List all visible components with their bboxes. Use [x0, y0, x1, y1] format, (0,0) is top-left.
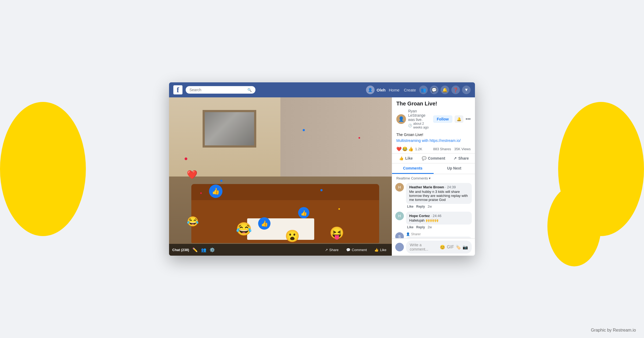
edit-icon[interactable]: ✏️	[192, 247, 198, 252]
comment-avatar: H	[395, 212, 404, 220]
group-icon[interactable]: 👥	[201, 247, 206, 252]
like-action[interactable]: Like	[407, 225, 414, 229]
reaction-laugh2: 😝	[330, 226, 344, 240]
shares-count: 883 Shares	[433, 147, 451, 151]
like-action[interactable]: Like	[407, 205, 414, 208]
comment-age: 2w	[428, 225, 432, 229]
friends-icon[interactable]: 👥	[419, 86, 428, 94]
comment-name: Hope Cortez	[409, 214, 430, 218]
reaction-laugh-emoji: 😂	[402, 146, 408, 152]
notifications-icon[interactable]: 🔔	[441, 86, 449, 94]
sidebar-user-row: 👤 Ryan LeStrange was live. 🕐 about 2 wee…	[392, 108, 475, 131]
bell-button[interactable]: 🔔	[455, 115, 463, 123]
reaction-like-right: 👍	[298, 207, 309, 221]
comment-item: H Hope Cortez · 24:46 Hallelujah 🙌🙌🙌 Lik…	[395, 210, 472, 231]
reaction-wow: 😮	[285, 229, 300, 243]
browser-window: f 🔍 👤 Oleh Home Create 👥 💬 🔔 ❓ ▼	[169, 82, 475, 256]
video-panel: ❤️ 😂 👍 👍 👍	[169, 97, 392, 256]
facebook-navbar: f 🔍 👤 Oleh Home Create 👥 💬 🔔 ❓ ▼	[169, 82, 475, 97]
tab-comments[interactable]: Comments	[392, 163, 434, 174]
nav-icons: 👥 💬 🔔 ❓ ▼	[419, 86, 471, 94]
comment-placeholder: Write a comment...	[410, 243, 440, 251]
sharer-icon: 👤	[406, 232, 410, 236]
comment-time: · 24:39	[445, 185, 456, 189]
search-input[interactable]	[189, 88, 245, 92]
follow-button[interactable]: Follow	[433, 115, 452, 123]
reaction-heart-emoji: ❤️	[396, 146, 402, 152]
emoji-icon[interactable]: 😊	[440, 245, 445, 250]
sidebar-tabs: Comments Up Next	[392, 163, 475, 174]
facebook-logo: f	[173, 85, 182, 94]
comment-action-icon: 💬	[422, 156, 426, 160]
nav-link-home[interactable]: Home	[389, 88, 400, 92]
comment-item: H Heather Marie Brown · 24:39 Me and hub…	[395, 181, 472, 210]
comments-list: H Heather Marie Brown · 24:39 Me and hub…	[392, 181, 475, 238]
realtime-label[interactable]: Realtime Comments ▾	[392, 174, 475, 181]
right-sidebar: The Groan Live! 👤 Ryan LeStrange was liv…	[392, 97, 475, 256]
coffee-table	[247, 218, 314, 240]
sidebar-link: Multistreaming with https://restream.io/	[392, 138, 475, 145]
reaction-like-emoji: 👍	[408, 146, 414, 152]
like-button[interactable]: 👍 Like	[372, 247, 389, 253]
restream-link[interactable]: https://restream.io/	[430, 138, 461, 143]
svg-text:👍: 👍	[212, 187, 220, 195]
reactions-row: ❤️ 😂 👍 1.2K 883 Shares 35K Views	[392, 145, 475, 153]
dot-blue-1	[220, 180, 222, 182]
comment-icon: 💬	[346, 248, 350, 252]
decorative-blob-left	[0, 102, 86, 236]
nav-link-create[interactable]: Create	[404, 88, 416, 92]
settings-icon[interactable]: ⚙️	[210, 247, 215, 252]
comment-bubble: Heather Marie Brown · 24:39 Me and hubby…	[406, 183, 472, 204]
comment-input-icons: 😊 GIF 🏷️ 📷	[440, 245, 468, 250]
like-action-button[interactable]: 👍 Like	[392, 154, 420, 163]
search-bar[interactable]: 🔍	[186, 86, 255, 94]
reaction-heart: ❤️	[187, 170, 197, 180]
messenger-icon[interactable]: 💬	[430, 86, 438, 94]
scene-picture	[203, 110, 256, 148]
like-icon: 👍	[374, 248, 379, 252]
reaction-laugh: 😂	[236, 222, 252, 237]
username: Ryan LeStrange was live.	[408, 109, 431, 122]
sidebar-actions: 👍 Like 💬 Comment ↗ Share	[392, 153, 475, 163]
camera-icon[interactable]: 📷	[463, 245, 468, 250]
comment-actions: Like Reply 2w	[406, 204, 472, 208]
reaction-count: 1.2K	[415, 147, 422, 151]
account-menu-icon[interactable]: ▼	[462, 86, 471, 94]
share-button[interactable]: ↗ Share	[323, 247, 341, 253]
reaction-like-big: 👍	[209, 185, 222, 200]
svg-text:👍: 👍	[261, 220, 268, 227]
share-icon: ↗	[325, 248, 328, 252]
reaction-haha: 😂	[187, 216, 199, 227]
more-button[interactable]: •••	[466, 116, 471, 122]
comment-action-button[interactable]: 💬 Comment	[420, 154, 447, 163]
video-bottom-bar: Chat (238) ✏️ 👥 ⚙️ ↗ Share 💬 Comment 👍 L…	[169, 244, 392, 256]
comment-input-box[interactable]: Write a comment... 😊 GIF 🏷️ 📷	[406, 241, 472, 254]
decorative-blob-right-small	[547, 186, 601, 266]
comment-body: 👤 Sharer Vickie Donaldson · 24:50 Shared…	[406, 232, 472, 238]
dot-red-3	[358, 137, 360, 139]
reply-action[interactable]: Reply	[416, 205, 425, 208]
comment-item: S 👤 Sharer Vickie Donaldson · 24:50 Shar…	[395, 231, 472, 238]
video-scene: ❤️ 😂 👍 👍 👍	[169, 97, 392, 256]
reply-action[interactable]: Reply	[416, 225, 425, 229]
comment-button[interactable]: 💬 Comment	[344, 247, 369, 253]
gif-icon[interactable]: GIF	[447, 245, 454, 250]
share-action-button[interactable]: ↗ Share	[447, 154, 475, 163]
sticker-icon[interactable]: 🏷️	[456, 245, 461, 250]
help-icon[interactable]: ❓	[451, 86, 460, 94]
nav-user: 👤 Oleh	[366, 86, 386, 94]
comment-name: Heather Marie Brown	[409, 185, 444, 189]
tab-upnext[interactable]: Up Next	[434, 163, 475, 174]
svg-text:👍: 👍	[301, 210, 307, 216]
sidebar-title: The Groan Live!	[392, 97, 475, 108]
sharer-label: 👤 Sharer	[406, 232, 472, 237]
comment-input-row: Write a comment... 😊 GIF 🏷️ 📷	[392, 238, 475, 256]
clock-icon: 🕐	[408, 124, 412, 127]
dot-blue-3	[303, 129, 305, 131]
like-action-icon: 👍	[399, 156, 404, 160]
comment-text: Me and hubby n 3 kids will share tomrrow…	[409, 190, 469, 202]
reaction-emojis: ❤️ 😂 👍 1.2K	[396, 146, 422, 152]
comment-actions: Like Reply 2w	[406, 225, 472, 229]
nav-links: Home Create	[389, 88, 416, 92]
user-info: Ryan LeStrange was live. 🕐 about 2 weeks…	[408, 109, 431, 129]
